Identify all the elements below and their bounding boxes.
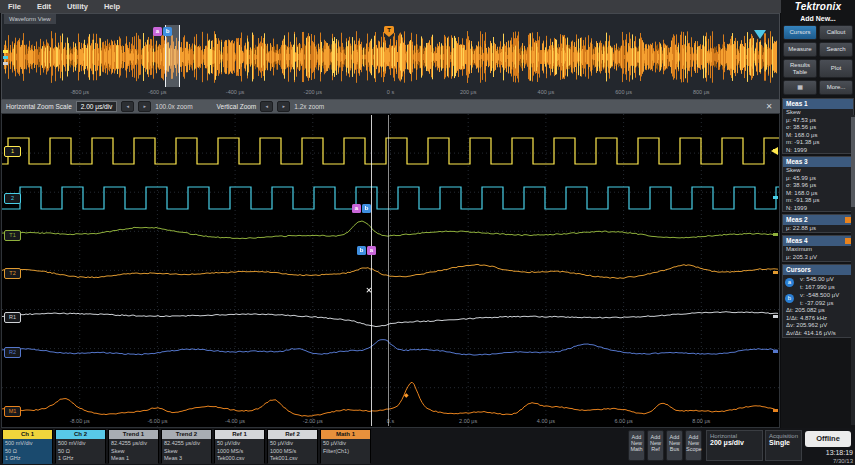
h-zoom-decrease-button[interactable]: ◂ bbox=[121, 101, 134, 112]
meas1-title: Meas 1 bbox=[786, 100, 808, 107]
waveform-view-tab[interactable]: Waveform View bbox=[4, 14, 56, 24]
ref1-badge[interactable]: Ref 1 50 μV/div 1000 MS/s Tek000.csv bbox=[214, 429, 265, 463]
trend2-badge[interactable]: Trend 2 82.4255 μs/div Skew Meas 3 bbox=[161, 429, 212, 463]
results-scrollbar[interactable] bbox=[851, 115, 855, 425]
trend2-handle[interactable]: T2 bbox=[4, 268, 21, 279]
ref2-badge[interactable]: Ref 2 50 μV/div 1000 MS/s Tek001.csv bbox=[267, 429, 318, 463]
cursor-a-icon: a bbox=[785, 278, 794, 287]
add-new-scope-button[interactable]: Add New Scope bbox=[685, 430, 702, 461]
ref2-handle[interactable]: R2 bbox=[4, 347, 21, 358]
trace-right-marker bbox=[773, 233, 778, 236]
vertical-zoom-factor: 1.2x zoom bbox=[294, 103, 324, 110]
trace-right-marker bbox=[773, 149, 778, 152]
display-settings-button[interactable]: ▦ bbox=[783, 80, 817, 95]
bottom-bar: Ch 1 500 mV/div 50 Ω 1 GHz Ch 2 500 mV/d… bbox=[0, 428, 855, 465]
meas3-title: Meas 3 bbox=[786, 158, 808, 165]
math1-handle[interactable]: M1 bbox=[4, 406, 21, 417]
main-waveform-view[interactable]: 1 2 T1 T2 R1 R2 M1 a b b a ✕ ◆ -8.00 μs … bbox=[1, 113, 780, 428]
clock: 13:18:19 7/30/13 bbox=[793, 449, 853, 465]
menu-item-help[interactable]: Help bbox=[104, 2, 120, 11]
add-plot-button[interactable]: Plot bbox=[819, 59, 853, 78]
meas4-results-badge[interactable]: Meas 4 Maximum μ: 205.3 μV bbox=[782, 235, 854, 262]
cursor-b-line[interactable] bbox=[388, 115, 389, 426]
ref-overview-marker bbox=[3, 62, 8, 65]
add-callout-button[interactable]: Callout bbox=[819, 25, 853, 40]
ch1-overview-marker bbox=[3, 50, 8, 53]
meas2-results-badge[interactable]: Meas 2 μ: 22.88 μs bbox=[782, 214, 854, 233]
tekscope-app: File Edit Utility Help Waveform View a b… bbox=[0, 0, 855, 465]
date-text: 7/30/13 bbox=[793, 457, 853, 465]
horizontal-badge[interactable]: Horizontal 200 μs/div bbox=[706, 430, 763, 461]
waveform-plot bbox=[2, 114, 779, 427]
meas3-results-badge[interactable]: Meas 3 Skew μ: 45.99 μs σ: 38.96 μs M: 1… bbox=[782, 156, 854, 212]
add-new-ref-button[interactable]: Add New Ref bbox=[647, 430, 664, 461]
trace-right-marker bbox=[773, 409, 778, 412]
menu-item-file[interactable]: File bbox=[8, 2, 21, 11]
trace-right-marker bbox=[773, 196, 778, 199]
waveform-overview-panel: Waveform View a b T -800 μs -600 μs -400… bbox=[1, 13, 780, 100]
more-button[interactable]: More... bbox=[819, 80, 853, 95]
zoom-funnel-icon[interactable] bbox=[754, 30, 766, 39]
v-zoom-increase-button[interactable]: ▸ bbox=[277, 101, 290, 112]
cursor-intersection-marker: ✕ bbox=[366, 286, 373, 295]
horizontal-zoom-scale-label: Horizontal Zoom Scale bbox=[6, 103, 72, 110]
add-measure-button[interactable]: Measure bbox=[783, 42, 817, 57]
meas4-title: Meas 4 bbox=[786, 237, 808, 244]
close-zoom-icon[interactable]: ✕ bbox=[763, 102, 775, 111]
horizontal-zoom-factor: 100.0x zoom bbox=[155, 103, 192, 110]
cursor-b-flag[interactable]: b bbox=[163, 27, 172, 36]
add-search-button[interactable]: Search bbox=[819, 42, 853, 57]
trend1-handle[interactable]: T1 bbox=[4, 230, 21, 241]
meas1-results-badge[interactable]: Meas 1 Skew μ: 47.53 μs σ: 38.56 μs M: 1… bbox=[782, 98, 854, 154]
zoom-toolbar: Horizontal Zoom Scale 2.00 μs/div ◂ ▸ 10… bbox=[1, 100, 780, 113]
cursor-b-icon: b bbox=[785, 294, 794, 303]
trend1-badge[interactable]: Trend 1 82.4255 μs/div Skew Meas 1 bbox=[108, 429, 159, 463]
menu-item-edit[interactable]: Edit bbox=[37, 2, 51, 11]
ch1-handle[interactable]: 1 bbox=[4, 146, 21, 157]
cursors-title: Cursors bbox=[786, 266, 811, 273]
cursor-b-flag[interactable]: b bbox=[357, 246, 366, 255]
cursor-a-flag[interactable]: a bbox=[153, 27, 162, 36]
h-zoom-increase-button[interactable]: ▸ bbox=[138, 101, 151, 112]
channel-badge-ch1[interactable]: Ch 1 500 mV/div 50 Ω 1 GHz bbox=[2, 429, 53, 463]
horizontal-zoom-scale-value[interactable]: 2.00 μs/div bbox=[76, 101, 118, 112]
vertical-zoom-label: Vertical Zoom bbox=[217, 103, 257, 110]
math-spike-marker: ◆ bbox=[404, 391, 409, 398]
trace-right-marker bbox=[773, 315, 778, 318]
right-sidebar: Tektronix Add New... Cursors Callout Mea… bbox=[781, 0, 855, 428]
add-results-table-button[interactable]: Results Table bbox=[783, 59, 817, 78]
cursor-b-flag[interactable]: b bbox=[362, 204, 371, 213]
scrollbar-thumb[interactable] bbox=[851, 117, 855, 207]
ch2-overview-marker bbox=[3, 56, 8, 59]
cursors-results-badge[interactable]: Cursors a v: 545.00 μV t: 167.990 μs b v… bbox=[782, 264, 854, 338]
channel-badge-ch2[interactable]: Ch 2 500 mV/div 50 Ω 1 GHz bbox=[55, 429, 106, 463]
math1-badge[interactable]: Math 1 50 μV/div Filter(Ch1) bbox=[320, 429, 371, 463]
ch2-handle[interactable]: 2 bbox=[4, 193, 21, 204]
cursor-a-flag[interactable]: a bbox=[367, 246, 376, 255]
cursor-a-line[interactable] bbox=[371, 115, 372, 426]
menu-bar: File Edit Utility Help bbox=[0, 0, 781, 13]
add-new-math-button[interactable]: Add New Math bbox=[628, 430, 645, 461]
menu-item-utility[interactable]: Utility bbox=[67, 2, 88, 11]
offline-button[interactable]: Offline bbox=[805, 431, 851, 447]
v-zoom-decrease-button[interactable]: ◂ bbox=[260, 101, 273, 112]
meas2-title: Meas 2 bbox=[786, 216, 808, 223]
cursor-a-flag[interactable]: a bbox=[352, 204, 361, 213]
ref1-handle[interactable]: R1 bbox=[4, 312, 21, 323]
add-new-bus-button[interactable]: Add New Bus bbox=[666, 430, 683, 461]
add-cursors-button[interactable]: Cursors bbox=[783, 25, 817, 40]
trace-right-marker bbox=[773, 350, 778, 353]
add-new-title: Add New... bbox=[781, 15, 855, 22]
tektronix-logo: Tektronix bbox=[781, 1, 855, 12]
time-text: 13:18:19 bbox=[793, 449, 853, 457]
trace-right-marker bbox=[773, 271, 778, 274]
